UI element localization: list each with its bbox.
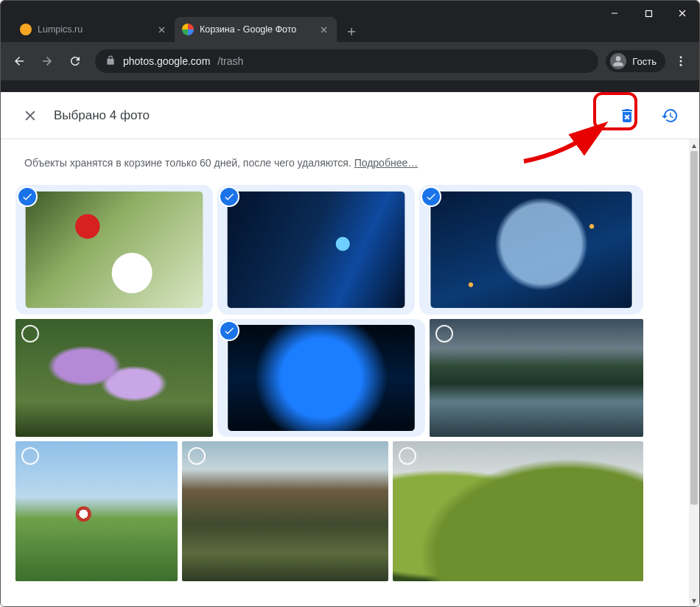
url-path: /trash bbox=[217, 55, 243, 67]
photo-thumbnail[interactable] bbox=[430, 319, 643, 437]
photo-image bbox=[15, 319, 213, 437]
address-bar[interactable]: photos.google.com/trash bbox=[95, 49, 598, 73]
clear-selection-button[interactable] bbox=[15, 101, 45, 130]
tab-title: Lumpics.ru bbox=[38, 24, 150, 35]
photo-image bbox=[430, 192, 632, 308]
photo-image bbox=[228, 325, 415, 431]
svg-point-11 bbox=[680, 60, 682, 63]
checkmark-unselected-icon[interactable] bbox=[188, 447, 206, 465]
close-tab-icon[interactable] bbox=[155, 24, 167, 35]
checkmark-selected-icon[interactable] bbox=[220, 322, 238, 340]
profile-button[interactable]: Гость bbox=[606, 50, 665, 72]
checkmark-selected-icon[interactable] bbox=[422, 188, 440, 206]
url-host: photos.google.com bbox=[123, 55, 210, 67]
photo-grid bbox=[15, 185, 674, 581]
back-button[interactable] bbox=[7, 49, 32, 74]
photo-thumbnail[interactable] bbox=[182, 441, 388, 581]
photo-row bbox=[15, 185, 674, 315]
tab-lumpics[interactable]: Lumpics.ru bbox=[13, 17, 175, 42]
svg-rect-1 bbox=[645, 10, 651, 16]
checkmark-unselected-icon[interactable] bbox=[435, 325, 453, 343]
chrome-menu-button[interactable] bbox=[668, 49, 693, 74]
favicon-lumpics bbox=[20, 24, 32, 35]
checkmark-unselected-icon[interactable] bbox=[21, 447, 39, 465]
window-minimize-button[interactable] bbox=[598, 1, 631, 26]
scroll-down-icon[interactable]: ▼ bbox=[689, 594, 699, 606]
browser-chrome-frame: Lumpics.ru Корзина - Google Фото bbox=[1, 1, 699, 92]
checkmark-unselected-icon[interactable] bbox=[21, 325, 39, 343]
svg-point-12 bbox=[680, 64, 682, 66]
photo-thumbnail[interactable] bbox=[217, 185, 415, 315]
tab-google-photos-trash[interactable]: Корзина - Google Фото bbox=[175, 17, 337, 42]
photo-image bbox=[430, 319, 643, 437]
trash-info-message: Объекты хранятся в корзине только 60 дне… bbox=[24, 157, 354, 169]
photo-thumbnail[interactable] bbox=[217, 319, 425, 437]
forward-button[interactable] bbox=[35, 49, 60, 74]
photo-image bbox=[25, 192, 203, 308]
profile-label: Гость bbox=[632, 56, 657, 67]
checkmark-selected-icon[interactable] bbox=[220, 188, 238, 206]
selection-title: Выбрано 4 фото bbox=[54, 108, 612, 123]
learn-more-link[interactable]: Подробнее… bbox=[354, 157, 419, 169]
tab-strip: Lumpics.ru Корзина - Google Фото bbox=[1, 13, 699, 42]
checkmark-unselected-icon[interactable] bbox=[399, 447, 416, 465]
window-maximize-button[interactable] bbox=[631, 1, 665, 26]
photo-thumbnail[interactable] bbox=[15, 441, 178, 581]
avatar-icon bbox=[610, 53, 626, 69]
window-close-button[interactable] bbox=[665, 1, 699, 26]
photo-thumbnail[interactable] bbox=[15, 185, 213, 315]
photo-row bbox=[15, 319, 674, 437]
photo-grid-scroll[interactable]: Объекты хранятся в корзине только 60 дне… bbox=[1, 139, 689, 606]
selection-action-bar: Выбрано 4 фото bbox=[1, 92, 699, 139]
photo-image bbox=[15, 441, 178, 581]
scrollbar-thumb[interactable] bbox=[690, 151, 698, 505]
photo-thumbnail[interactable] bbox=[15, 319, 213, 437]
reload-button[interactable] bbox=[63, 49, 88, 74]
photo-thumbnail[interactable] bbox=[393, 441, 643, 581]
tab-title: Корзина - Google Фото bbox=[200, 24, 312, 35]
vertical-scrollbar[interactable]: ▲ ▼ bbox=[689, 139, 699, 606]
photo-image bbox=[182, 441, 388, 581]
photo-image bbox=[393, 441, 643, 581]
favicon-google-photos bbox=[182, 24, 194, 35]
photo-image bbox=[227, 192, 405, 308]
lock-icon bbox=[105, 55, 116, 68]
trash-info-text: Объекты хранятся в корзине только 60 дне… bbox=[24, 157, 674, 169]
delete-forever-button[interactable] bbox=[612, 101, 642, 130]
browser-toolbar: photos.google.com/trash Гость bbox=[1, 42, 699, 80]
svg-point-10 bbox=[680, 56, 682, 58]
restore-button[interactable] bbox=[655, 101, 685, 130]
window-controls bbox=[598, 1, 699, 26]
scroll-up-icon[interactable]: ▲ bbox=[689, 139, 699, 151]
photo-thumbnail[interactable] bbox=[419, 185, 643, 315]
page-viewport: Выбрано 4 фото Объекты хранятся в корзин… bbox=[1, 92, 699, 606]
photo-row bbox=[15, 441, 674, 581]
close-tab-icon[interactable] bbox=[318, 24, 329, 35]
checkmark-selected-icon[interactable] bbox=[18, 188, 36, 206]
new-tab-button[interactable] bbox=[341, 21, 362, 42]
